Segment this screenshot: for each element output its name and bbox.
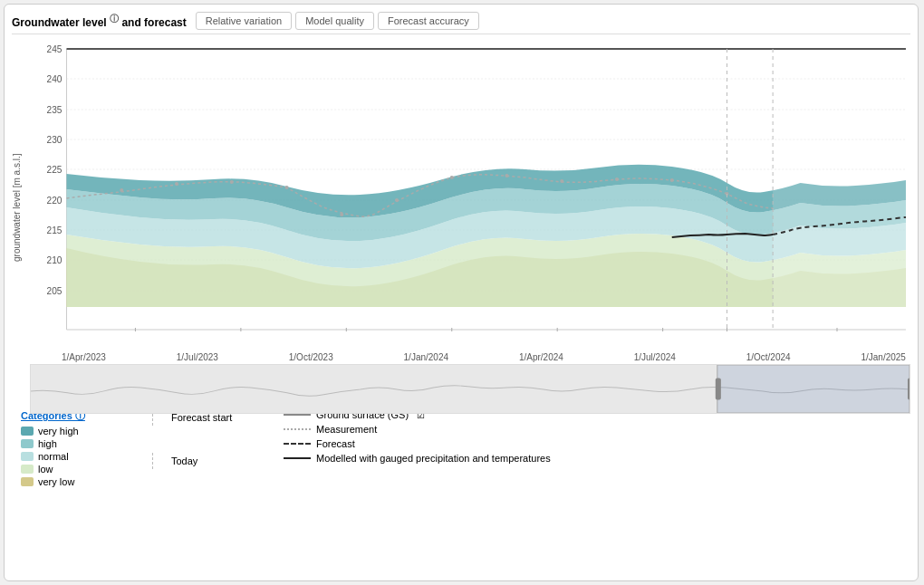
svg-text:230: 230 [47, 135, 63, 145]
svg-point-30 [615, 177, 619, 181]
x-axis-labels: 1/Apr/2023 1/Jul/2023 1/Oct/2023 1/Jan/2… [30, 352, 910, 362]
legend-item-very-high: very high [21, 426, 111, 436]
measurement-line-sample [284, 428, 311, 430]
xaxis-tick-2: 1/Oct/2023 [289, 352, 333, 362]
legend-item-very-low: very low [21, 476, 111, 487]
main-container: Groundwater level ⓘ and forecast Relativ… [4, 4, 919, 581]
y-axis-label: groundwater level [m a.s.l.] [12, 40, 30, 375]
modelled-line-sample [284, 457, 311, 459]
xaxis-tick-5: 1/Jul/2024 [634, 352, 676, 362]
svg-point-24 [284, 186, 288, 189]
label-very-high: very high [38, 426, 79, 436]
label-normal: normal [38, 451, 69, 462]
color-normal [21, 452, 34, 461]
label-modelled: Modelled with gauged precipitation and t… [316, 453, 551, 464]
color-low [21, 465, 34, 474]
chart-content: 245 240 235 230 225 220 215 210 205 [30, 40, 910, 375]
legend-modelled: Modelled with gauged precipitation and t… [284, 453, 551, 464]
forecast-markers: Forecast start Today [139, 409, 256, 489]
svg-point-28 [505, 174, 508, 177]
label-low: low [38, 464, 53, 475]
legend-categories: Categories ⓘ very high high normal low v… [21, 409, 111, 489]
xaxis-tick-4: 1/Apr/2024 [519, 352, 563, 362]
xaxis-tick-1: 1/Jul/2023 [177, 352, 218, 362]
label-forecast: Forecast [316, 438, 355, 449]
svg-point-21 [120, 188, 123, 192]
legend-item-low: low [21, 464, 111, 475]
ground-surface-line-sample [284, 414, 311, 416]
svg-point-22 [175, 182, 178, 186]
svg-text:220: 220 [47, 196, 63, 206]
mini-chart-svg [31, 365, 910, 413]
legend-forecast: Forecast [284, 438, 551, 449]
svg-point-26 [395, 198, 399, 202]
svg-text:245: 245 [47, 44, 63, 54]
xaxis-tick-6: 1/Oct/2024 [746, 352, 791, 362]
tab-relative-variation[interactable]: Relative variation [196, 12, 292, 30]
svg-rect-44 [717, 365, 910, 413]
forecast-line-sample [284, 443, 311, 445]
header-title: Groundwater level ⓘ and forecast [12, 13, 187, 29]
svg-text:225: 225 [47, 165, 63, 175]
legend-lines: Ground surface (GS) ☑ Measurement Foreca… [284, 409, 551, 489]
legend-item-normal: normal [21, 451, 111, 462]
tab-forecast-accuracy[interactable]: Forecast accuracy [378, 12, 479, 30]
svg-text:240: 240 [47, 74, 63, 84]
main-chart-svg: 245 240 235 230 225 220 215 210 205 [30, 40, 910, 348]
today-label: Today [171, 456, 197, 466]
xaxis-tick-3: 1/Jan/2024 [404, 352, 449, 362]
xaxis-tick-7: 1/Jan/2025 [861, 352, 906, 362]
svg-rect-46 [908, 378, 910, 399]
tab-model-quality[interactable]: Model quality [295, 12, 374, 30]
today-marker: Today [139, 453, 256, 469]
title-suffix: and forecast [121, 16, 186, 29]
svg-text:215: 215 [47, 225, 63, 235]
svg-point-29 [560, 179, 563, 183]
title-text: Groundwater level [12, 16, 107, 29]
svg-point-23 [230, 180, 234, 184]
label-very-low: very low [38, 476, 74, 487]
svg-point-25 [340, 213, 343, 216]
svg-rect-45 [716, 378, 721, 399]
legend-area: Categories ⓘ very high high normal low v… [12, 409, 910, 489]
svg-point-27 [450, 176, 454, 179]
legend-item-high: high [21, 438, 111, 449]
svg-text:235: 235 [47, 105, 63, 115]
color-high [21, 439, 34, 448]
color-very-high [21, 427, 34, 436]
label-high: high [38, 438, 57, 449]
legend-measurement: Measurement [284, 424, 551, 435]
svg-point-31 [670, 178, 674, 182]
color-very-low [21, 477, 34, 486]
xaxis-tick-0: 1/Apr/2023 [62, 352, 106, 362]
chart-area: groundwater level [m a.s.l.] [12, 40, 910, 375]
header-tabs: Groundwater level ⓘ and forecast Relativ… [12, 12, 910, 34]
svg-text:210: 210 [47, 255, 63, 265]
label-measurement: Measurement [316, 424, 377, 435]
mini-chart[interactable] [30, 364, 910, 414]
svg-text:205: 205 [47, 286, 63, 296]
